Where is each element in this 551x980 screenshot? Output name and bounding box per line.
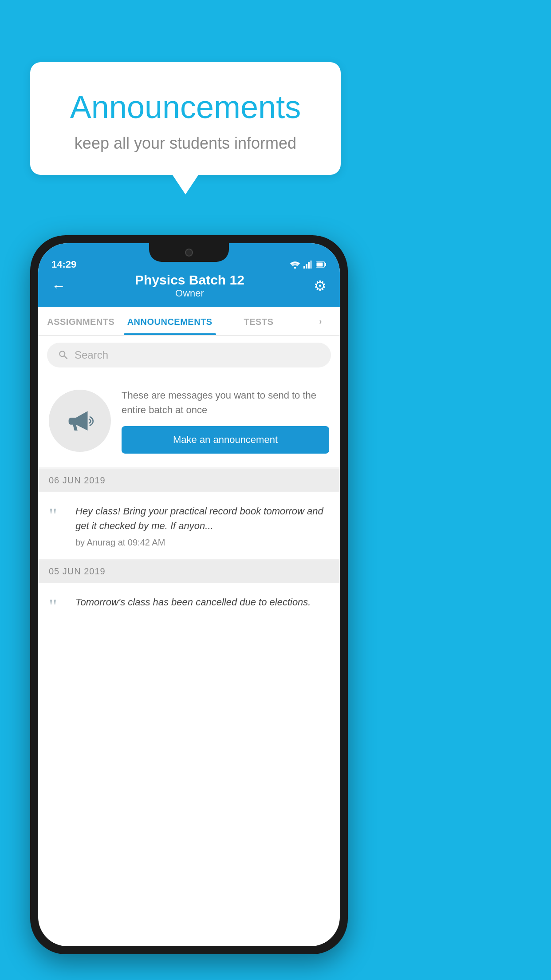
- speech-bubble: Announcements keep all your students inf…: [30, 62, 341, 175]
- content-area: Search These are messages you want to se…: [38, 336, 340, 621]
- search-icon: [58, 349, 69, 361]
- svg-rect-7: [317, 263, 323, 267]
- status-time: 14:29: [51, 259, 76, 270]
- owner-subtitle: Owner: [66, 288, 314, 299]
- speech-bubble-container: Announcements keep all your students inf…: [30, 62, 341, 175]
- svg-rect-1: [303, 266, 305, 269]
- announcement-text-2: Tomorrow's class has been cancelled due …: [75, 595, 329, 609]
- tab-more[interactable]: ›: [301, 307, 340, 335]
- front-camera: [185, 249, 193, 257]
- announcement-icon-circle: [49, 390, 111, 452]
- make-announcement-button[interactable]: Make an announcement: [122, 426, 329, 454]
- svg-rect-2: [306, 264, 307, 269]
- megaphone-icon: [64, 405, 95, 436]
- date-separator-2: 05 JUN 2019: [38, 560, 340, 583]
- back-button[interactable]: ←: [51, 278, 66, 294]
- quote-icon-1: ": [49, 506, 67, 526]
- announcement-body-1: Hey class! Bring your practical record b…: [75, 504, 329, 533]
- search-bar[interactable]: Search: [47, 343, 331, 368]
- announcement-meta-1: by Anurag at 09:42 AM: [75, 537, 329, 548]
- promo-card: These are messages you want to send to t…: [38, 375, 340, 467]
- promo-right: These are messages you want to send to t…: [122, 388, 329, 454]
- notch: [149, 243, 229, 262]
- svg-rect-4: [310, 261, 312, 269]
- speech-bubble-title: Announcements: [52, 89, 319, 125]
- status-icons: [290, 261, 327, 269]
- announcement-text-1: Hey class! Bring your practical record b…: [75, 504, 329, 548]
- search-placeholder: Search: [75, 349, 108, 361]
- date-separator-1: 06 JUN 2019: [38, 469, 340, 492]
- promo-description: These are messages you want to send to t…: [122, 388, 329, 417]
- app-header: ← Physics Batch 12 Owner ⚙: [38, 266, 340, 307]
- announcement-item-1[interactable]: " Hey class! Bring your practical record…: [38, 492, 340, 560]
- announcement-body-2: Tomorrow's class has been cancelled due …: [75, 595, 329, 609]
- tabs-bar: ASSIGNMENTS ANNOUNCEMENTS TESTS ›: [38, 307, 340, 336]
- tab-tests[interactable]: TESTS: [216, 307, 302, 335]
- quote-icon-2: ": [49, 597, 67, 617]
- tab-announcements[interactable]: ANNOUNCEMENTS: [124, 307, 216, 335]
- batch-name-title: Physics Batch 12: [66, 273, 314, 288]
- header-title-section: Physics Batch 12 Owner: [66, 273, 314, 299]
- phone-outer: 14:29: [30, 235, 348, 954]
- svg-rect-6: [325, 263, 327, 266]
- settings-gear-icon[interactable]: ⚙: [314, 277, 327, 294]
- phone-screen: 14:29: [38, 243, 340, 946]
- battery-icon: [316, 261, 327, 268]
- svg-rect-3: [308, 262, 310, 269]
- svg-point-0: [294, 267, 296, 269]
- search-container: Search: [38, 336, 340, 375]
- phone-container: 14:29: [30, 235, 348, 954]
- announcement-item-2[interactable]: " Tomorrow's class has been cancelled du…: [38, 583, 340, 621]
- tab-assignments[interactable]: ASSIGNMENTS: [38, 307, 124, 335]
- speech-bubble-subtitle: keep all your students informed: [52, 134, 319, 153]
- wifi-icon: [290, 261, 300, 269]
- signal-icon: [303, 261, 312, 269]
